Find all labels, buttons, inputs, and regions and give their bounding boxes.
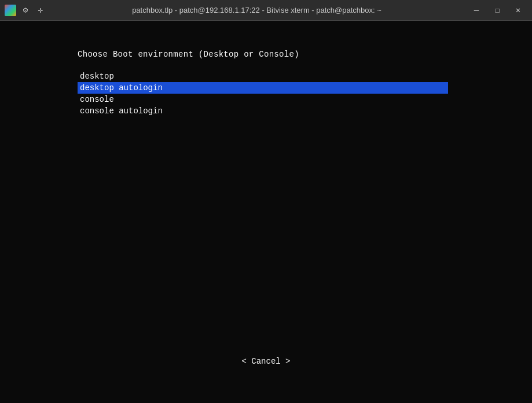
menu-item-3[interactable]: console autologin [78, 105, 448, 117]
cancel-button[interactable]: < Cancel > [234, 354, 297, 368]
settings-icon[interactable]: ⚙ [20, 5, 31, 16]
titlebar-icons: ⚙ ✛ [5, 5, 46, 16]
minimize-button[interactable]: — [467, 2, 486, 19]
titlebar-controls: — ☐ ✕ [467, 2, 527, 19]
menu-item-2[interactable]: console [78, 94, 448, 105]
menu-item-1[interactable]: desktop autologin [78, 82, 448, 94]
terminal-content: Choose Boot environment (Desktop or Cons… [0, 44, 532, 128]
window-title: patchbox.tlp - patch@192.168.1.17:22 - B… [46, 6, 467, 14]
boot-menu-list: desktopdesktop autologinconsoleconsole a… [78, 71, 532, 117]
prompt-text: Choose Boot environment (Desktop or Cons… [78, 50, 532, 59]
close-button[interactable]: ✕ [509, 2, 527, 19]
cancel-bar: < Cancel > [0, 354, 532, 368]
terminal-area: Choose Boot environment (Desktop or Cons… [0, 21, 532, 403]
menu-item-0[interactable]: desktop [78, 71, 448, 82]
app-logo-icon [5, 5, 16, 16]
move-icon[interactable]: ✛ [35, 5, 46, 16]
titlebar: ⚙ ✛ patchbox.tlp - patch@192.168.1.17:22… [0, 0, 532, 21]
maximize-button[interactable]: ☐ [488, 2, 507, 19]
